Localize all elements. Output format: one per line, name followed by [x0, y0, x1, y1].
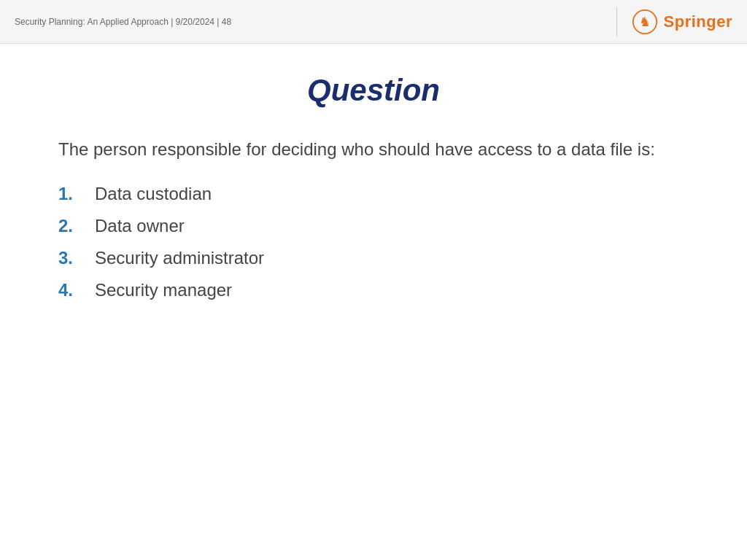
slide-title: Question [44, 73, 703, 108]
springer-knight-icon: ♞ [632, 9, 658, 35]
slide-content: Question The person responsible for deci… [0, 44, 747, 341]
answer-number: 2. [58, 216, 95, 236]
svg-text:♞: ♞ [639, 15, 651, 29]
list-item: 1.Data custodian [58, 184, 703, 204]
list-item: 4.Security manager [58, 280, 703, 300]
header-divider [616, 7, 617, 36]
header-meta: Security Planning: An Applied Approach |… [15, 17, 231, 27]
springer-logo: ♞ Springer [632, 9, 732, 35]
answer-text: Data owner [95, 216, 185, 236]
answer-number: 4. [58, 280, 95, 300]
logo-area: ♞ Springer [602, 7, 732, 36]
question-text: The person responsible for deciding who … [58, 137, 703, 162]
answer-text: Security administrator [95, 248, 264, 268]
answer-number: 1. [58, 184, 95, 204]
header-bar: Security Planning: An Applied Approach |… [0, 0, 747, 44]
answer-number: 3. [58, 248, 95, 268]
answer-list: 1.Data custodian2.Data owner3.Security a… [58, 184, 703, 300]
springer-brand-text: Springer [664, 12, 732, 31]
answer-text: Security manager [95, 280, 232, 300]
list-item: 3.Security administrator [58, 248, 703, 268]
list-item: 2.Data owner [58, 216, 703, 236]
answer-text: Data custodian [95, 184, 212, 204]
